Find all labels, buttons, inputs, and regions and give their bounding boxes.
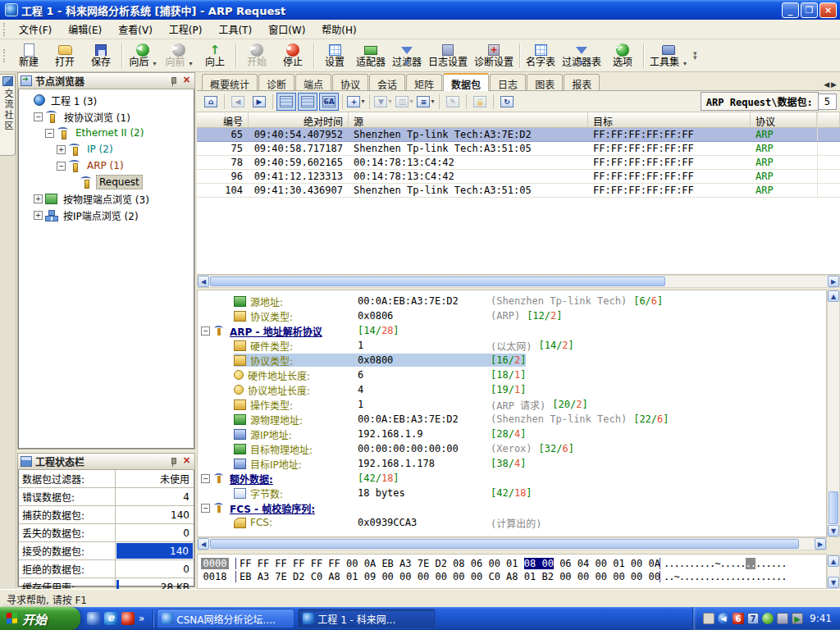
tree-node-工程-1--3-[interactable]: 工程 1 (3) <box>19 92 194 108</box>
menu-drag-handle[interactable] <box>3 23 7 36</box>
menu-item-查看V[interactable]: 查看(V) <box>110 20 161 39</box>
detail-row[interactable]: 协议类型:0x0806(ARP)[12/2] <box>198 308 826 323</box>
tree-node-Request[interactable]: Request <box>19 174 194 190</box>
scroll-right-icon[interactable]: ▶ <box>815 538 826 550</box>
toolbar-overflow-icon[interactable]: ▾▾ <box>693 52 697 60</box>
scroll-thumb[interactable] <box>210 276 665 286</box>
tab-图表[interactable]: 图表 <box>527 74 563 90</box>
detail-row[interactable]: 源物理地址:00:0A:EB:A3:7E:D2(Shenzhen Tp-link… <box>198 412 826 427</box>
close-panel-icon[interactable]: × <box>181 456 192 467</box>
detail-hscrollbar[interactable]: ◀ ▶ <box>197 537 827 550</box>
packet-row[interactable]: 9609:41:12.12331300:14:78:13:C4:42FF:FF:… <box>197 170 840 184</box>
tree-node-按物理端点浏览--3-[interactable]: +按物理端点浏览 (3) <box>19 190 194 207</box>
menu-item-文件F[interactable]: 文件(F) <box>11 20 60 39</box>
toolbox-button[interactable]: 工具集 ▾ <box>646 40 690 71</box>
database-icon[interactable]: ▶ <box>792 613 803 624</box>
field-list-button[interactable]: ≡▾ <box>416 93 436 111</box>
packet-row[interactable]: 10409:41:30.436907Shenzhen Tp-link Tech:… <box>197 184 840 198</box>
menu-item-编辑E[interactable]: 编辑(E) <box>60 20 110 39</box>
pin-icon[interactable] <box>168 457 178 467</box>
tab-概要统计[interactable]: 概要统计 <box>202 74 258 90</box>
detail-row[interactable]: 硬件类型:1(以太网)[14/2] <box>198 338 826 353</box>
scroll-down-icon[interactable]: ▼ <box>828 525 839 536</box>
taskbar-task-inactive[interactable]: CSNA网络分析论坛.... <box>157 609 294 628</box>
up-arrow-button[interactable]: ↑向上 <box>197 40 233 71</box>
restore-button[interactable]: ❐ <box>801 2 818 18</box>
settings-grid-button[interactable]: 设置 <box>317 40 353 71</box>
scroll-up-icon[interactable]: ▲ <box>828 555 839 567</box>
collapse-box-icon[interactable]: − <box>57 162 66 171</box>
detail-row[interactable]: 字节数:18 bytes[42/18] <box>198 486 826 500</box>
tab-报表[interactable]: 报表 <box>564 74 600 90</box>
quick-launch-app-icon[interactable] <box>87 612 100 625</box>
scroll-right-icon[interactable]: ▶ <box>828 276 839 287</box>
view-list-button[interactable] <box>276 93 296 111</box>
nav-forward-button[interactable]: ▶ <box>249 93 269 111</box>
detail-row[interactable]: −ARP - 地址解析协议[14/28] <box>198 323 826 338</box>
tab-诊断[interactable]: 诊断 <box>258 74 294 90</box>
tree-node-IP--2-[interactable]: +IP (2) <box>19 141 194 158</box>
detail-row[interactable]: 源地址:00:0A:EB:A3:7E:D2(Shenzhen Tp-link T… <box>198 294 826 308</box>
options-button[interactable]: ✣选项 <box>605 40 641 71</box>
log-settings-button[interactable]: 日志设置 <box>425 40 471 71</box>
expand-box-icon[interactable]: + <box>57 145 66 154</box>
open-folder-button[interactable]: 打开 <box>47 40 83 71</box>
column-header-no[interactable]: 编号 <box>197 112 249 127</box>
column-header-proto[interactable]: 协议 <box>751 112 817 127</box>
detail-row[interactable]: −FCS - 帧校验序列: <box>198 500 826 515</box>
detail-row[interactable]: 协议类型:0x0800[16/2] <box>198 353 826 368</box>
tree-node-按协议浏览--1-[interactable]: −按协议浏览 (1) <box>19 108 194 125</box>
packet-row[interactable]: 7809:40:59.60216500:14:78:13:C4:42FF:FF:… <box>197 156 840 170</box>
stop-circle-button[interactable]: ▪停止 <box>275 40 311 71</box>
collapse-box-icon[interactable]: − <box>34 112 43 121</box>
tab-数据包[interactable]: 数据包 <box>443 73 489 91</box>
scroll-left-icon[interactable]: ◀ <box>198 538 209 550</box>
table-add-button[interactable]: +▾ <box>346 93 366 111</box>
start-button[interactable]: 开始 <box>0 607 80 630</box>
detail-row[interactable]: 操作类型:1(ARP 请求)[20/2] <box>198 397 826 412</box>
keyboard-icon[interactable] <box>703 613 714 624</box>
quick-launch-more-icon[interactable]: » <box>139 613 144 624</box>
adapter-button[interactable]: 适配器 <box>353 40 389 71</box>
menu-item-工程P[interactable]: 工程(P) <box>161 20 211 39</box>
tab-端点[interactable]: 端点 <box>295 74 331 90</box>
menu-item-窗口W[interactable]: 窗口(W) <box>260 20 313 39</box>
packet-table-hscrollbar[interactable]: ◀ ▶ <box>197 275 840 288</box>
tab-scroll-left-icon[interactable]: ◀ <box>824 80 829 89</box>
refresh-button[interactable]: ↻ <box>497 93 517 111</box>
filter-funnel-button[interactable]: 过滤器 <box>389 40 425 71</box>
pin-icon[interactable] <box>168 76 178 86</box>
detail-row[interactable]: 目标IP地址:192.168.1.178[38/4] <box>198 456 826 471</box>
view-hex-button[interactable]: 6A <box>319 93 339 111</box>
community-sidebar-tab[interactable]: 交流社区 <box>0 74 16 156</box>
scroll-down-icon[interactable]: ▼ <box>828 577 839 588</box>
packet-row[interactable]: 6509:40:54.407952Shenzhen Tp-link Tech:A… <box>197 128 840 142</box>
save-floppy-button[interactable]: 保存 <box>83 40 119 71</box>
collapse-box-icon[interactable]: − <box>201 474 210 483</box>
tab-会话[interactable]: 会话 <box>369 74 405 90</box>
expand-box-icon[interactable]: + <box>34 194 43 203</box>
name-table-button[interactable]: 名字表 <box>523 40 559 71</box>
menu-item-工具T[interactable]: 工具(T) <box>210 20 260 39</box>
collapse-chevron-icon[interactable]: ◀ <box>718 613 729 624</box>
quick-launch-thunder-icon[interactable] <box>121 612 135 625</box>
display-icon[interactable] <box>777 613 788 624</box>
detail-row[interactable]: 硬件地址长度:6[18/1] <box>198 368 826 382</box>
tab-日志[interactable]: 日志 <box>490 74 526 90</box>
toolbar-drag-handle[interactable] <box>3 49 7 62</box>
filter-table-button[interactable]: 过滤器表 <box>559 40 605 71</box>
scroll-thumb[interactable] <box>210 539 799 549</box>
scroll-thumb[interactable] <box>829 491 838 524</box>
column-header-time[interactable]: 绝对时间 <box>249 112 349 127</box>
detail-vscrollbar[interactable]: ▲ ▼ <box>827 290 840 537</box>
collapse-box-icon[interactable]: − <box>201 504 210 513</box>
column-header-dst[interactable]: 目标 <box>588 112 751 127</box>
packet-row[interactable]: 7509:40:58.717187Shenzhen Tp-link Tech:A… <box>197 142 840 156</box>
tree-node-Ethernet-II--2-[interactable]: −Ethernet II (2) <box>19 125 194 141</box>
detail-row[interactable]: −额外数据:[42/18] <box>198 471 826 486</box>
detail-row[interactable]: 协议地址长度:4[19/1] <box>198 382 826 397</box>
scroll-left-icon[interactable]: ◀ <box>198 276 209 287</box>
column-header-src[interactable]: 源 <box>349 112 588 127</box>
detail-row[interactable]: 源IP地址:192.168.1.9[28/4] <box>198 427 826 441</box>
menu-item-帮助H[interactable]: 帮助(H) <box>313 20 364 39</box>
